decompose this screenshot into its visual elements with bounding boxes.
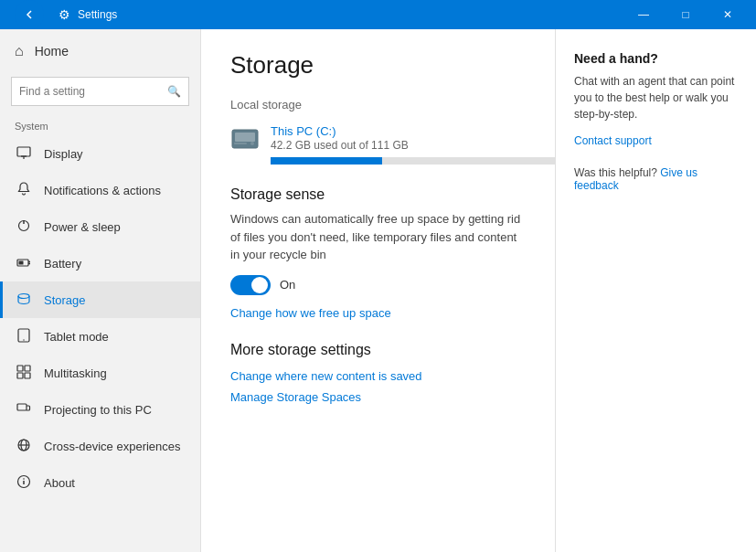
close-button[interactable]: ✕ <box>707 0 749 29</box>
svg-point-9 <box>18 293 29 298</box>
helpful-label: Was this helpful? <box>574 166 657 179</box>
settings-icon: ⚙ <box>59 7 70 22</box>
toggle-knob <box>251 277 268 293</box>
display-label: Display <box>44 147 83 161</box>
display-icon <box>15 145 33 163</box>
minimize-button[interactable]: — <box>623 0 665 29</box>
home-icon: ⌂ <box>15 43 24 59</box>
battery-label: Battery <box>44 257 81 271</box>
about-icon <box>15 474 33 492</box>
svg-rect-14 <box>17 373 23 378</box>
more-storage-title: More storage settings <box>230 342 526 358</box>
battery-icon <box>15 255 33 272</box>
local-storage-label: Local storage <box>230 98 526 111</box>
tablet-label: Tablet mode <box>44 330 109 344</box>
crossdevice-label: Cross-device experiences <box>44 440 181 453</box>
sidebar-item-projecting[interactable]: Projecting to this PC <box>0 391 200 428</box>
drive-info: This PC (C:) 42.2 GB used out of 111 GB <box>271 122 555 165</box>
svg-rect-26 <box>234 143 247 144</box>
projecting-icon <box>15 401 33 419</box>
svg-point-11 <box>23 339 24 340</box>
title-bar: ⚙ Settings — □ ✕ <box>0 0 756 29</box>
svg-rect-13 <box>25 366 30 371</box>
power-label: Power & sleep <box>44 220 121 234</box>
page-title: Storage <box>230 51 526 80</box>
sidebar-item-home[interactable]: ⌂ Home <box>0 29 200 73</box>
help-description: Chat with an agent that can point you to… <box>574 73 738 122</box>
multitasking-label: Multitasking <box>44 366 107 380</box>
system-section-label: System <box>0 113 200 135</box>
storage-sense-toggle-row: On <box>230 275 526 295</box>
contact-support-link[interactable]: Contact support <box>574 134 652 147</box>
svg-point-22 <box>23 478 25 480</box>
svg-rect-12 <box>17 366 23 371</box>
search-input[interactable] <box>19 85 167 98</box>
sidebar-item-about[interactable]: About <box>0 464 200 501</box>
sidebar-item-tablet[interactable]: Tablet mode <box>0 318 200 355</box>
notifications-icon <box>15 182 33 199</box>
change-freespace-link[interactable]: Change how we free up space <box>230 306 526 320</box>
crossdevice-icon <box>15 438 33 455</box>
about-label: About <box>44 476 75 490</box>
drive-name[interactable]: This PC (C:) <box>271 124 336 138</box>
power-icon <box>15 218 33 236</box>
sidebar: ⌂ Home 🔍 System Display Notifications & … <box>0 29 201 552</box>
svg-rect-24 <box>235 133 255 142</box>
window-controls: — □ ✕ <box>623 0 749 29</box>
svg-rect-15 <box>25 373 30 378</box>
svg-rect-16 <box>17 404 27 410</box>
maximize-button[interactable]: □ <box>665 0 707 29</box>
title-bar-title: Settings <box>78 8 117 21</box>
multitasking-icon <box>15 365 33 382</box>
svg-rect-8 <box>19 260 24 264</box>
toggle-state-label: On <box>280 278 295 292</box>
helpful-row: Was this helpful? Give us feedback <box>574 166 738 192</box>
manage-spaces-link[interactable]: Manage Storage Spaces <box>230 390 526 404</box>
help-panel: Need a hand? Chat with an agent that can… <box>555 29 756 552</box>
drive-icon <box>230 124 260 159</box>
tablet-icon <box>15 328 33 345</box>
drive-bar-container <box>271 157 555 165</box>
sidebar-item-battery[interactable]: Battery <box>0 245 200 281</box>
back-button[interactable] <box>15 0 44 29</box>
home-label: Home <box>35 44 69 58</box>
notifications-label: Notifications & actions <box>44 184 161 197</box>
sidebar-item-notifications[interactable]: Notifications & actions <box>0 172 200 208</box>
sidebar-item-storage[interactable]: Storage <box>0 281 200 318</box>
sidebar-item-multitasking[interactable]: Multitasking <box>0 355 200 391</box>
drive-item: This PC (C:) 42.2 GB used out of 111 GB <box>230 122 526 165</box>
drive-bar <box>271 157 382 165</box>
search-box[interactable]: 🔍 <box>11 77 189 106</box>
projecting-label: Projecting to this PC <box>44 403 152 417</box>
svg-rect-0 <box>17 147 30 156</box>
search-icon: 🔍 <box>167 85 181 98</box>
sidebar-item-power[interactable]: Power & sleep <box>0 208 200 245</box>
sidebar-item-crossdevice[interactable]: Cross-device experiences <box>0 428 200 464</box>
help-title: Need a hand? <box>574 51 738 66</box>
storage-label: Storage <box>44 293 86 307</box>
storage-sense-toggle[interactable] <box>230 275 271 295</box>
drive-usage: 42.2 GB used out of 111 GB <box>271 139 555 152</box>
storage-sense-description: Windows can automatically free up space … <box>230 210 526 264</box>
storage-icon <box>15 292 33 309</box>
storage-sense-title: Storage sense <box>230 186 526 203</box>
sidebar-item-display[interactable]: Display <box>0 135 200 172</box>
change-content-link[interactable]: Change where new content is saved <box>230 369 526 383</box>
main-content: Storage Local storage This PC (C:) 42.2 … <box>201 29 555 552</box>
svg-point-25 <box>250 142 254 145</box>
